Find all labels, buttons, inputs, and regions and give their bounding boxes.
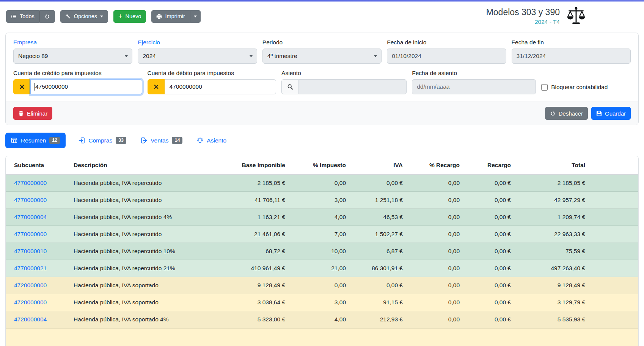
ejercicio-label-link[interactable]: Ejercicio	[138, 39, 160, 46]
tab-resumen[interactable]: Resumen 12	[5, 133, 66, 148]
eliminar-label: Eliminar	[27, 110, 47, 117]
deshacer-button[interactable]: Deshacer	[545, 107, 588, 120]
cell-subcuenta: 4770000010	[6, 243, 68, 260]
eliminar-button[interactable]: Eliminar	[13, 107, 52, 120]
table-row[interactable]: 4770000004 Hacienda pública, IVA repercu…	[6, 209, 638, 226]
cuenta-credito-input[interactable]	[30, 79, 142, 94]
cell-pct-impuesto: 0,00	[291, 277, 352, 294]
opciones-label: Opciones	[74, 13, 97, 19]
guardar-button[interactable]: Guardar	[591, 107, 631, 120]
periodo-select-value: 4º trimestre	[267, 53, 297, 59]
subcuenta-link[interactable]: 4770000004	[14, 214, 47, 220]
fecha-asiento-label: Fecha de asiento	[412, 70, 536, 77]
subcuenta-link[interactable]: 4770000000	[14, 197, 47, 203]
cell-pct-recargo: 0,00	[409, 260, 466, 277]
table-row[interactable]: 4770000010 Hacienda pública, IVA repercu…	[6, 243, 638, 260]
title-block: Modelos 303 y 390 2024 - T4	[486, 7, 560, 25]
refresh-button[interactable]	[39, 10, 55, 23]
subcuenta-link[interactable]: 4720000004	[14, 316, 47, 323]
deshacer-label: Deshacer	[559, 110, 583, 117]
plus-icon: +	[118, 13, 123, 20]
periodo-select[interactable]: 4º trimestre	[262, 49, 382, 64]
col-subcuenta: Subcuenta	[6, 156, 68, 175]
search-icon	[287, 84, 293, 90]
asiento-search-button[interactable]	[281, 79, 298, 94]
subcuenta-link[interactable]: 4720000000	[14, 282, 47, 288]
table-row[interactable]: 4720000000 Hacienda pública, IVA soporta…	[6, 294, 638, 311]
cell-pct-impuesto: 4,00	[291, 209, 352, 226]
col-pct-recargo: % Recargo	[409, 156, 466, 175]
bloquear-label: Bloquear contabilidad	[551, 84, 608, 91]
tab-asiento[interactable]: Asiento	[195, 133, 228, 148]
filters-row-1: Empresa Negocio 89 Ejercicio 2024 Period…	[13, 39, 631, 64]
subcuenta-link[interactable]: 4770000000	[14, 180, 47, 186]
empresa-select[interactable]: Negocio 89	[13, 49, 132, 64]
cell-pct-impuesto: 3,00	[291, 294, 352, 311]
table-row[interactable]: 4720000004 Hacienda pública, IVA soporta…	[6, 311, 638, 328]
imprimir-label: Imprimir	[165, 13, 185, 19]
fecha-fin-input[interactable]	[512, 49, 631, 64]
cell-base: 1 163,21 €	[215, 209, 291, 226]
summary-table-container: Subcuenta Descripción Base Imponible % I…	[5, 156, 639, 346]
table-row[interactable]: 4770000000 Hacienda pública, IVA repercu…	[6, 226, 638, 243]
field-fecha-fin: Fecha de fin	[512, 39, 631, 64]
nuevo-button[interactable]: + Nuevo	[113, 10, 146, 23]
clear-cuenta-debito-button[interactable]	[148, 79, 165, 94]
col-descripcion: Descripción	[68, 156, 215, 175]
subcuenta-link[interactable]: 4770000021	[14, 265, 47, 271]
cell-iva: 6,87 €	[352, 243, 409, 260]
cell-recargo: 0,00 €	[466, 175, 517, 192]
cell-base: 9 128,49 €	[215, 277, 291, 294]
cell-recargo: 0,00 €	[466, 260, 517, 277]
x-icon	[19, 84, 25, 90]
cell-subcuenta: 4770000000	[6, 226, 68, 243]
table-row[interactable]: 4770000000 Hacienda pública, IVA repercu…	[6, 192, 638, 209]
cell-pct-recargo: 0,00	[409, 294, 466, 311]
fecha-asiento-input[interactable]	[412, 79, 536, 94]
table-row[interactable]: 4770000000 Hacienda pública, IVA repercu…	[6, 175, 638, 192]
asiento-label: Asiento	[281, 70, 407, 77]
col-base-imponible: Base Imponible	[215, 156, 291, 175]
ejercicio-select[interactable]: 2024	[138, 49, 257, 64]
asiento-input[interactable]	[298, 79, 407, 94]
cell-subcuenta: 4720000000	[6, 294, 68, 311]
fecha-inicio-input[interactable]	[387, 49, 506, 64]
cell-iva: 0,00 €	[352, 175, 409, 192]
cell-base: 410 961,49 €	[215, 260, 291, 277]
x-icon	[153, 84, 159, 90]
printer-icon	[156, 14, 162, 19]
cell-descripcion: Hacienda pública, IVA repercutido 21%	[68, 260, 215, 277]
table-row[interactable]: 4770000021 Hacienda pública, IVA repercu…	[6, 260, 638, 277]
cell-total: 5 535,93 €	[517, 311, 638, 328]
undo-icon	[550, 111, 556, 116]
fecha-fin-label: Fecha de fin	[512, 39, 631, 46]
todos-button[interactable]: Todos	[6, 10, 39, 23]
clear-cuenta-credito-button[interactable]	[13, 79, 30, 94]
empresa-label-link[interactable]: Empresa	[13, 39, 37, 46]
cell-subcuenta: 4770000021	[6, 260, 68, 277]
page-title: Modelos 303 y 390	[486, 7, 560, 18]
subcuenta-link[interactable]: 4770000000	[14, 231, 47, 237]
tab-ventas[interactable]: Ventas 14	[139, 133, 184, 148]
guardar-label: Guardar	[605, 110, 626, 117]
cell-descripcion: Hacienda pública, IVA repercutido 10%	[68, 243, 215, 260]
cell-pct-impuesto: 21,00	[291, 260, 352, 277]
tab-compras[interactable]: Compras 33	[77, 133, 128, 148]
table-row[interactable]: 4720000000 Hacienda pública, IVA soporta…	[6, 277, 638, 294]
field-fecha-inicio: Fecha de inicio	[387, 39, 506, 64]
tab-compras-badge: 33	[116, 137, 126, 144]
subcuenta-link[interactable]: 4770000010	[14, 248, 47, 254]
table-body: 4770000000 Hacienda pública, IVA repercu…	[6, 175, 638, 328]
opciones-button[interactable]: Opciones	[60, 10, 108, 23]
imprimir-button[interactable]: Imprimir	[151, 10, 190, 23]
subcuenta-link[interactable]: 4720000000	[14, 299, 47, 305]
imprimir-dropdown-button[interactable]	[190, 10, 201, 23]
cell-recargo: 0,00 €	[466, 243, 517, 260]
cell-descripcion: Hacienda pública, IVA repercutido	[68, 226, 215, 243]
bloquear-checkbox[interactable]	[541, 84, 548, 91]
todos-button-group: Todos	[6, 10, 55, 23]
cell-pct-recargo: 0,00	[409, 209, 466, 226]
cell-recargo: 0,00 €	[466, 226, 517, 243]
cuenta-debito-input[interactable]	[165, 79, 276, 94]
cell-pct-impuesto: 3,00	[291, 192, 352, 209]
